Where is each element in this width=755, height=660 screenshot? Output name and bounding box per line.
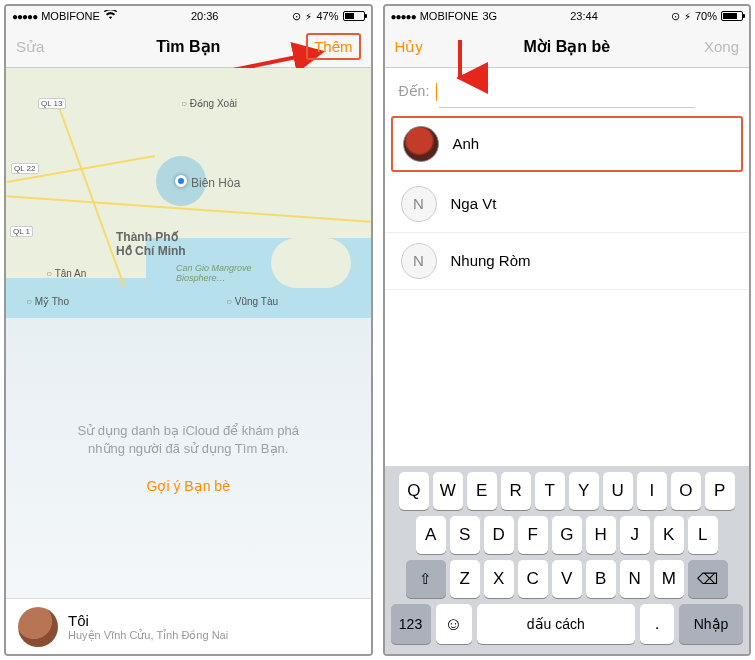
key-t[interactable]: T bbox=[535, 472, 565, 510]
map-main-city: Biên Hòa bbox=[191, 176, 240, 190]
road-label: QL 1 bbox=[10, 226, 33, 237]
backspace-icon: ⌫ bbox=[697, 570, 718, 588]
suggest-text: Sử dụng danh bạ iCloud để khám phá những… bbox=[78, 422, 299, 458]
key-w[interactable]: W bbox=[433, 472, 463, 510]
contact-avatar: N bbox=[401, 186, 437, 222]
bluetooth-icon: ⚡︎ bbox=[305, 11, 312, 22]
network-label: 3G bbox=[482, 10, 497, 22]
to-input[interactable] bbox=[441, 78, 641, 96]
key-u[interactable]: U bbox=[603, 472, 633, 510]
map-area-label: Can Gio Mangrove Biosphere… bbox=[176, 263, 252, 283]
contact-name: Nhung Ròm bbox=[451, 252, 531, 269]
key-i[interactable]: I bbox=[637, 472, 667, 510]
edit-button[interactable]: Sửa bbox=[16, 38, 44, 56]
carrier-label: MOBIFONE bbox=[420, 10, 479, 22]
key-f[interactable]: F bbox=[518, 516, 548, 554]
battery-pct: 70% bbox=[695, 10, 717, 22]
key-c[interactable]: C bbox=[518, 560, 548, 598]
phone-find-friends: ●●●●● MOBIFONE 20:36 ⊙ ⚡︎ 47% Sửa Tìm Bạ… bbox=[4, 4, 373, 656]
key-r[interactable]: R bbox=[501, 472, 531, 510]
emoji-icon: ☺ bbox=[444, 614, 462, 635]
keyboard: QWERTYUIOP ASDFGHJKL ⇧ ZXCVBNM ⌫ 123 ☺ d… bbox=[385, 466, 750, 654]
suggest-panel: Sử dụng danh bạ iCloud để khám phá những… bbox=[6, 318, 371, 598]
carrier-label: MOBIFONE bbox=[41, 10, 100, 22]
period-key[interactable]: . bbox=[640, 604, 674, 644]
key-v[interactable]: V bbox=[552, 560, 582, 598]
clock: 20:36 bbox=[191, 10, 219, 22]
key-y[interactable]: Y bbox=[569, 472, 599, 510]
to-field-row: Đến: bbox=[385, 68, 750, 112]
battery-pct: 47% bbox=[316, 10, 338, 22]
signal-dots-icon: ●●●●● bbox=[391, 11, 416, 22]
contact-name: Nga Vt bbox=[451, 195, 497, 212]
key-k[interactable]: K bbox=[654, 516, 684, 554]
contact-list: Anh N Nga Vt N Nhung Ròm bbox=[385, 112, 750, 466]
emoji-key[interactable]: ☺ bbox=[436, 604, 472, 644]
key-x[interactable]: X bbox=[484, 560, 514, 598]
return-key[interactable]: Nhập bbox=[679, 604, 743, 644]
key-o[interactable]: O bbox=[671, 472, 701, 510]
shift-key[interactable]: ⇧ bbox=[406, 560, 446, 598]
key-a[interactable]: A bbox=[416, 516, 446, 554]
battery-icon bbox=[721, 11, 743, 21]
shift-icon: ⇧ bbox=[419, 570, 432, 588]
status-bar: ●●●●● MOBIFONE 20:36 ⊙ ⚡︎ 47% bbox=[6, 6, 371, 26]
key-p[interactable]: P bbox=[705, 472, 735, 510]
map-city: Tân An bbox=[46, 268, 86, 279]
contact-avatar bbox=[403, 126, 439, 162]
key-l[interactable]: L bbox=[688, 516, 718, 554]
contact-name: Anh bbox=[453, 135, 480, 152]
key-d[interactable]: D bbox=[484, 516, 514, 554]
key-h[interactable]: H bbox=[586, 516, 616, 554]
key-z[interactable]: Z bbox=[450, 560, 480, 598]
key-j[interactable]: J bbox=[620, 516, 650, 554]
nav-bar: Hủy Mời Bạn bè Xong bbox=[385, 26, 750, 68]
battery-icon bbox=[343, 11, 365, 21]
key-b[interactable]: B bbox=[586, 560, 616, 598]
me-name: Tôi bbox=[68, 612, 228, 629]
space-key[interactable]: dấu cách bbox=[477, 604, 636, 644]
me-location: Huyện Vĩnh Cửu, Tỉnh Đồng Nai bbox=[68, 629, 228, 642]
key-q[interactable]: Q bbox=[399, 472, 429, 510]
cancel-button[interactable]: Hủy bbox=[395, 38, 423, 56]
map-view[interactable]: QL 13 QL 22 QL 1 Biên Hòa Đồng Xoài Thàn… bbox=[6, 68, 371, 318]
text-cursor-icon bbox=[436, 83, 437, 101]
map-city: Đồng Xoài bbox=[181, 98, 237, 109]
wifi-icon bbox=[104, 10, 117, 22]
key-s[interactable]: S bbox=[450, 516, 480, 554]
key-e[interactable]: E bbox=[467, 472, 497, 510]
contact-avatar: N bbox=[401, 243, 437, 279]
nav-bar: Sửa Tìm Bạn Thêm bbox=[6, 26, 371, 68]
numbers-key[interactable]: 123 bbox=[391, 604, 431, 644]
to-label: Đến: bbox=[399, 83, 430, 99]
road-label: QL 13 bbox=[38, 98, 66, 109]
clock: 23:44 bbox=[570, 10, 598, 22]
backspace-key[interactable]: ⌫ bbox=[688, 560, 728, 598]
contact-row[interactable]: N Nga Vt bbox=[385, 176, 750, 233]
signal-dots-icon: ●●●●● bbox=[12, 11, 37, 22]
alarm-icon: ⊙ bbox=[671, 10, 680, 23]
map-city: Mỹ Tho bbox=[26, 296, 69, 307]
add-button[interactable]: Thêm bbox=[306, 33, 360, 60]
me-row[interactable]: Tôi Huyện Vĩnh Cửu, Tỉnh Đồng Nai bbox=[6, 598, 371, 654]
page-title: Mời Bạn bè bbox=[385, 37, 750, 56]
road-label: QL 22 bbox=[11, 163, 39, 174]
key-g[interactable]: G bbox=[552, 516, 582, 554]
suggest-friends-link[interactable]: Gợi ý Bạn bè bbox=[147, 478, 230, 494]
contact-row[interactable]: N Nhung Ròm bbox=[385, 233, 750, 290]
key-n[interactable]: N bbox=[620, 560, 650, 598]
key-m[interactable]: M bbox=[654, 560, 684, 598]
phone-invite-friends: ●●●●● MOBIFONE 3G 23:44 ⊙ ⚡︎ 70% Hủy Mời… bbox=[383, 4, 752, 656]
map-city-hcm: Thành Phố Hồ Chí Minh bbox=[116, 230, 186, 258]
contact-row[interactable]: Anh bbox=[391, 116, 744, 172]
status-bar: ●●●●● MOBIFONE 3G 23:44 ⊙ ⚡︎ 70% bbox=[385, 6, 750, 26]
bluetooth-icon: ⚡︎ bbox=[684, 11, 691, 22]
alarm-icon: ⊙ bbox=[292, 10, 301, 23]
done-button[interactable]: Xong bbox=[704, 38, 739, 55]
avatar bbox=[18, 607, 58, 647]
map-city: Vũng Tàu bbox=[226, 296, 278, 307]
